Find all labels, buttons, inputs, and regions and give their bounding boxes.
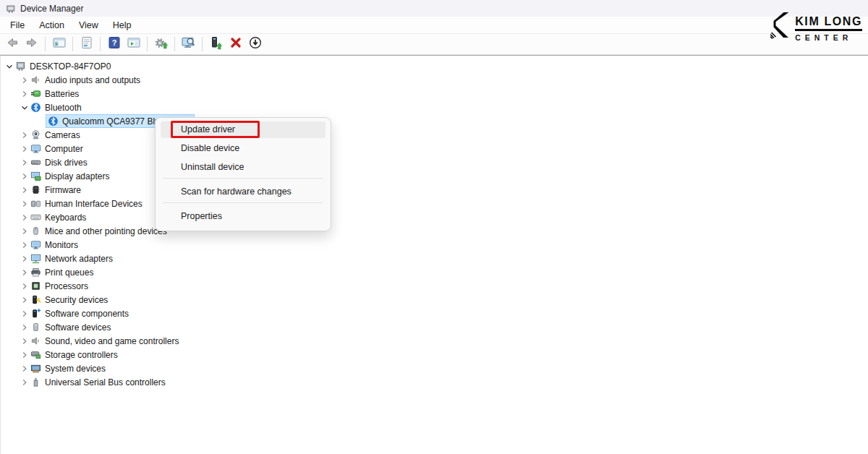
toolbar-button-properties-icon[interactable] [77, 36, 95, 53]
chevron-collapsed-icon[interactable] [19, 322, 30, 333]
context-menu-item-scan-for-hardware-changes[interactable]: Scan for hardware changes [156, 184, 331, 200]
chevron-collapsed-icon[interactable] [19, 212, 30, 223]
chevron-collapsed-icon[interactable] [19, 198, 30, 210]
device-manager-icon [6, 4, 16, 14]
tree-item-human-interface-devices[interactable]: Human Interface Devices [1, 197, 868, 210]
battery-icon [30, 88, 41, 99]
tree-item-label: Computer [45, 144, 83, 154]
tree-item-monitors[interactable]: Monitors [1, 238, 868, 252]
chevron-collapsed-icon[interactable] [19, 74, 30, 86]
chevron-collapsed-icon[interactable] [19, 239, 30, 251]
hid-icon [30, 198, 41, 209]
chevron-collapsed-icon[interactable] [19, 226, 30, 237]
tree-item-system-devices[interactable]: System devices [1, 361, 868, 375]
chevron-collapsed-icon[interactable] [19, 363, 30, 374]
toolbar-button-forward-arrow-icon[interactable] [22, 36, 41, 53]
brand-subname: CENTER [795, 33, 862, 42]
chevron-collapsed-icon[interactable] [19, 335, 30, 347]
toolbar-button-action-pane-icon[interactable] [124, 36, 142, 53]
tree-item-disk-drives[interactable]: Disk drives [1, 155, 868, 169]
toolbar-button-driver-update-icon[interactable] [207, 36, 225, 53]
context-menu: Update driverDisable deviceUninstall dev… [155, 117, 331, 231]
menu-action[interactable]: Action [32, 18, 72, 33]
chevron-collapsed-icon[interactable] [19, 129, 30, 141]
tree-item-sound-video-and-game-controllers[interactable]: Sound, video and game controllers [1, 334, 868, 348]
toolbar-button-scan-hardware-icon[interactable] [179, 36, 197, 53]
system-icon [30, 363, 41, 374]
context-menu-item-properties[interactable]: Properties [156, 208, 331, 225]
tree-item-network-adapters[interactable]: Network adapters [1, 252, 868, 265]
tree-item-label: Processors [45, 281, 88, 291]
chevron-collapsed-icon[interactable] [19, 377, 30, 388]
printer-icon [30, 267, 41, 278]
tree-item-universal-serial-bus-controllers[interactable]: Universal Serial Bus controllers [1, 375, 868, 389]
tree-item-security-devices[interactable]: Security devices [1, 293, 868, 307]
chevron-collapsed-icon[interactable] [19, 308, 30, 320]
tree-item-label: Bluetooth [45, 103, 82, 113]
tree-item-software-components[interactable]: Software components [1, 307, 868, 320]
menu-help[interactable]: Help [106, 18, 139, 33]
tree-item-bluetooth[interactable]: Bluetooth [1, 100, 868, 114]
chevron-collapsed-icon[interactable] [19, 171, 30, 182]
tree-item-label: Cameras [45, 130, 80, 140]
chevron-collapsed-icon[interactable] [19, 294, 30, 306]
tree-item-qualcomm-qca9377-bluetooth[interactable]: Qualcomm QCA9377 Bluetooth [1, 114, 868, 128]
toolbar-button-disable-device-icon[interactable] [246, 36, 264, 53]
tree-item-software-devices[interactable]: Software devices [1, 320, 868, 334]
driver-update-icon [209, 35, 224, 53]
chevron-collapsed-icon[interactable] [19, 184, 30, 196]
processor-icon [30, 280, 41, 291]
toolbar-button-console-tree-icon[interactable] [50, 36, 68, 53]
chevron-collapsed-icon[interactable] [19, 280, 30, 292]
tree-item-label: System devices [45, 364, 106, 374]
action-pane-icon [127, 35, 141, 53]
chevron-collapsed-icon[interactable] [19, 267, 30, 278]
update-driver-gear-icon [154, 35, 169, 53]
tree-item-audio-inputs-and-outputs[interactable]: Audio inputs and outputs [1, 73, 868, 87]
toolbar-button-update-driver-gear-icon[interactable] [152, 36, 170, 53]
tree-item-storage-controllers[interactable]: Storage controllers [1, 348, 868, 361]
brand-logo: KIM LONG CENTER [770, 12, 862, 45]
tree-item-keyboards[interactable]: Keyboards [1, 210, 868, 224]
camera-icon [30, 129, 41, 140]
toolbar-button-uninstall-x-icon[interactable] [226, 36, 244, 53]
tree-item-label: Storage controllers [45, 350, 118, 360]
chevron-collapsed-icon[interactable] [19, 253, 30, 265]
chevron-collapsed-icon[interactable] [19, 88, 30, 100]
context-menu-item-uninstall-device[interactable]: Uninstall device [156, 159, 331, 176]
tree-item-processors[interactable]: Processors [1, 279, 868, 293]
tree-item-label: Software components [45, 309, 129, 319]
tree-item-print-queues[interactable]: Print queues [1, 265, 868, 279]
bluetooth-icon [30, 102, 41, 113]
chevron-expanded-icon[interactable] [19, 102, 30, 113]
toolbar-separator [72, 37, 73, 51]
context-menu-item-update-driver[interactable]: Update driver [161, 121, 326, 138]
tree-item-firmware[interactable]: Firmware [1, 183, 868, 197]
disable-device-icon [248, 35, 263, 53]
tree-item-batteries[interactable]: Batteries [1, 87, 868, 100]
keyboard-icon [30, 212, 41, 223]
tree-item-label: Universal Serial Bus controllers [45, 377, 166, 387]
menu-file[interactable]: File [3, 18, 32, 33]
toolbar-button-help-icon[interactable]: ? [105, 36, 123, 53]
tree-item-label: Mice and other pointing devices [45, 226, 167, 236]
chevron-expanded-icon[interactable] [4, 61, 15, 72]
uninstall-x-icon [229, 35, 243, 53]
chevron-collapsed-icon[interactable] [19, 157, 30, 168]
tree-item-desktop-84f7op0[interactable]: DESKTOP-84F7OP0 [1, 59, 868, 73]
chevron-collapsed-icon[interactable] [19, 143, 30, 155]
tree-item-computer[interactable]: Computer [1, 142, 868, 155]
toolbar-separator [202, 37, 203, 51]
chevron-collapsed-icon[interactable] [19, 349, 30, 361]
toolbar-button-back-arrow-icon[interactable] [3, 36, 21, 53]
tree-item-mice-and-other-pointing-devices[interactable]: Mice and other pointing devices [1, 224, 868, 238]
context-menu-item-disable-device[interactable]: Disable device [156, 140, 331, 157]
menu-view[interactable]: View [72, 18, 106, 33]
tree-item-label: Software devices [45, 322, 111, 333]
tree-item-display-adapters[interactable]: Display adapters [1, 169, 868, 183]
usb-icon [30, 377, 41, 387]
properties-icon [80, 35, 94, 53]
tree-item-label: Audio inputs and outputs [45, 75, 140, 85]
brand-name: KIM LONG [795, 15, 862, 31]
tree-item-cameras[interactable]: Cameras [1, 128, 868, 142]
